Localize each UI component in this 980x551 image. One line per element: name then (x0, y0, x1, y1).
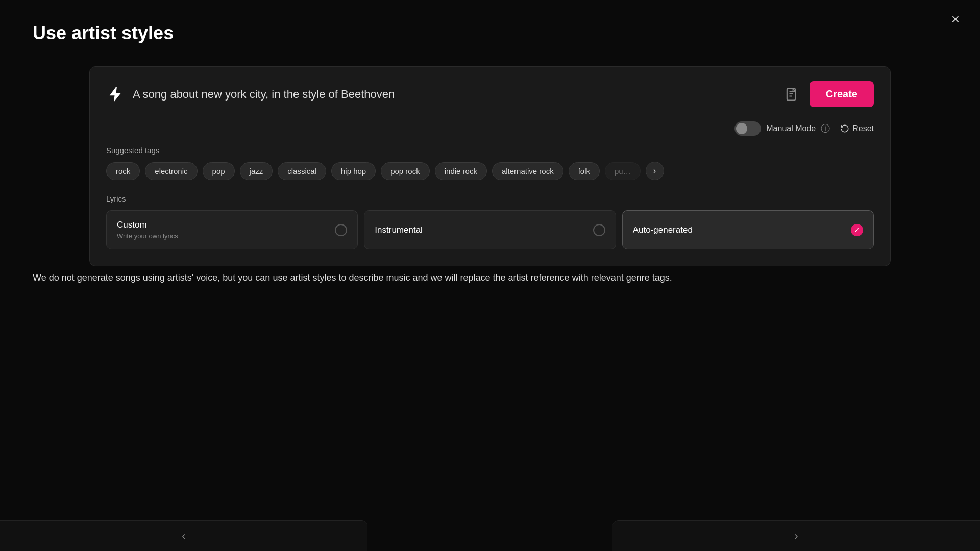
manual-mode-toggle-wrapper: Manual Mode ⓘ (734, 121, 830, 136)
tags-row: rock electronic pop jazz classical hip h… (106, 162, 874, 180)
suggested-tags-label: Suggested tags (106, 146, 874, 155)
bottom-nav-left[interactable]: ‹ (0, 520, 368, 551)
lyrics-custom-subtitle: Write your own lyrics (117, 232, 178, 240)
bottom-nav-right[interactable]: › (612, 520, 980, 551)
reset-icon (840, 124, 849, 133)
lyrics-option-instrumental[interactable]: Instrumental (364, 210, 616, 249)
tag-jazz[interactable]: jazz (240, 162, 273, 180)
lyrics-label: Lyrics (106, 194, 874, 203)
lyrics-instrumental-title: Instrumental (375, 225, 423, 235)
lyrics-instrumental-radio (593, 224, 605, 236)
lyrics-row: Custom Write your own lyrics Instrumenta… (106, 210, 874, 249)
left-nav-arrow: ‹ (182, 530, 185, 543)
share-icon (784, 87, 798, 102)
lyrics-option-custom[interactable]: Custom Write your own lyrics (106, 210, 358, 249)
disclaimer-text: We do not generate songs using artists' … (33, 270, 947, 285)
tag-rock[interactable]: rock (106, 162, 140, 180)
right-nav-arrow: › (794, 530, 798, 543)
controls-row: Manual Mode ⓘ Reset (106, 121, 874, 136)
lyrics-option-auto[interactable]: Auto-generated ✓ (622, 210, 874, 249)
tag-pop[interactable]: pop (203, 162, 235, 180)
lyrics-custom-title: Custom (117, 220, 178, 230)
lyrics-auto-content: Auto-generated (633, 225, 693, 235)
prompt-row: A song about new york city, in the style… (106, 81, 874, 107)
lyrics-custom-content: Custom Write your own lyrics (117, 220, 178, 240)
tag-pop-rock[interactable]: pop rock (381, 162, 430, 180)
reset-button[interactable]: Reset (840, 124, 874, 133)
share-icon-button[interactable] (781, 84, 801, 105)
lyrics-auto-title: Auto-generated (633, 225, 693, 235)
tag-electronic[interactable]: electronic (145, 162, 197, 180)
lyrics-auto-radio: ✓ (851, 224, 863, 236)
tags-next-arrow[interactable]: › (646, 162, 664, 180)
main-card: A song about new york city, in the style… (89, 66, 891, 266)
tag-classical[interactable]: classical (278, 162, 326, 180)
manual-mode-label: Manual Mode (766, 124, 816, 133)
toggle-knob (736, 123, 747, 134)
lyrics-instrumental-content: Instrumental (375, 225, 423, 235)
tag-alternative-rock[interactable]: alternative rock (492, 162, 564, 180)
info-icon[interactable]: ⓘ (821, 122, 830, 135)
tag-more: pu… (605, 162, 641, 180)
bolt-icon (106, 85, 125, 104)
close-button[interactable]: × (951, 12, 960, 27)
tag-indie-rock[interactable]: indie rock (435, 162, 487, 180)
prompt-text: A song about new york city, in the style… (133, 88, 773, 101)
manual-mode-toggle[interactable] (734, 121, 761, 136)
page-title: Use artist styles (33, 22, 174, 44)
tag-folk[interactable]: folk (569, 162, 600, 180)
tag-hip-hop[interactable]: hip hop (331, 162, 376, 180)
lyrics-custom-radio (335, 224, 347, 236)
create-button[interactable]: Create (810, 81, 874, 107)
bottom-nav-divider (368, 520, 612, 551)
reset-label: Reset (852, 124, 874, 133)
